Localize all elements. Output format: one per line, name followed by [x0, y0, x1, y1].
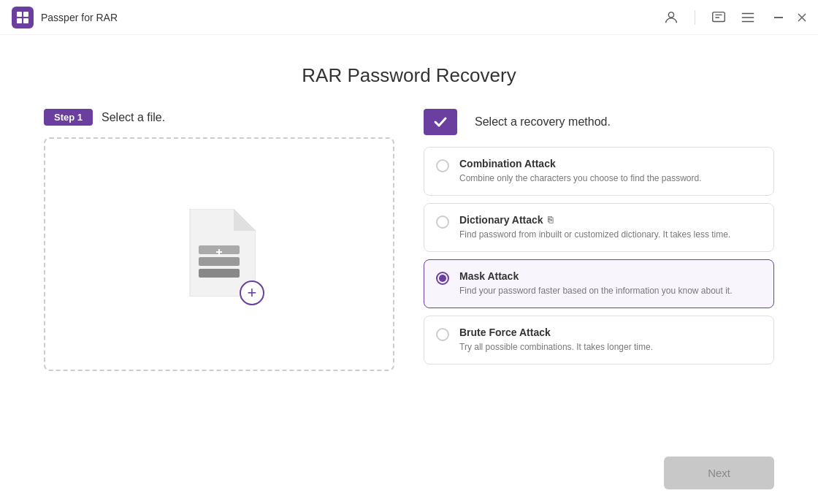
- divider: [695, 10, 695, 25]
- main-content: RAR Password Recovery Step 1 Select a fi…: [0, 35, 818, 445]
- footer: Next: [0, 445, 818, 504]
- step1-label: Select a file.: [102, 111, 165, 124]
- option-mask-desc: Find your password faster based on the i…: [459, 284, 733, 297]
- radio-mask-inner: [439, 275, 446, 282]
- option-brute[interactable]: Brute Force Attack Try all possible comb…: [424, 316, 774, 364]
- two-column-layout: Step 1 Select a file.: [44, 109, 774, 445]
- option-dictionary[interactable]: Dictionary Attack ⎘ Find password from i…: [424, 203, 774, 252]
- svg-rect-9: [199, 269, 240, 278]
- page-title: RAR Password Recovery: [44, 64, 774, 87]
- svg-rect-2: [17, 18, 22, 23]
- left-panel: Step 1 Select a file.: [44, 109, 394, 445]
- option-mask[interactable]: Mask Attack Find your password faster ba…: [424, 259, 774, 308]
- svg-rect-1: [23, 12, 28, 17]
- svg-point-4: [668, 12, 673, 17]
- file-icon-container: +: [183, 209, 256, 299]
- title-bar: Passper for RAR: [0, 0, 818, 35]
- step2-header: Select a recovery method.: [424, 109, 774, 135]
- option-combination-desc: Combine only the characters you choose t…: [459, 172, 702, 185]
- option-brute-desc: Try all possible combinations. It takes …: [459, 340, 653, 354]
- svg-rect-3: [23, 18, 28, 23]
- minimize-button[interactable]: [774, 17, 783, 18]
- svg-rect-8: [199, 257, 240, 266]
- app-icon: [12, 7, 34, 28]
- option-mask-title: Mask Attack: [459, 270, 733, 282]
- radio-mask: [436, 272, 449, 285]
- check-badge: [424, 109, 457, 135]
- recovery-options: Combination Attack Combine only the char…: [424, 147, 774, 364]
- menu-icon[interactable]: [739, 9, 757, 26]
- next-button[interactable]: Next: [664, 457, 774, 489]
- file-drop-zone[interactable]: +: [44, 137, 394, 371]
- step1-header: Step 1 Select a file.: [44, 109, 394, 126]
- radio-brute: [436, 328, 449, 341]
- option-combination-title: Combination Attack: [459, 158, 702, 169]
- radio-dictionary: [436, 215, 449, 229]
- step1-badge: Step 1: [44, 109, 93, 126]
- option-dictionary-desc: Find password from inbuilt or customized…: [459, 228, 730, 241]
- option-dictionary-title: Dictionary Attack ⎘: [459, 214, 730, 226]
- title-bar-left: Passper for RAR: [12, 7, 118, 28]
- option-brute-title: Brute Force Attack: [459, 327, 653, 338]
- svg-rect-5: [713, 12, 725, 21]
- user-icon[interactable]: [662, 9, 680, 26]
- close-button[interactable]: [798, 13, 806, 22]
- add-file-button[interactable]: +: [240, 280, 264, 305]
- title-bar-controls: [662, 9, 806, 26]
- radio-combination: [436, 159, 449, 172]
- svg-rect-6: [774, 17, 783, 18]
- chat-icon[interactable]: [710, 9, 727, 26]
- step2-label: Select a recovery method.: [475, 115, 611, 129]
- svg-rect-0: [17, 12, 22, 17]
- dictionary-copy-icon: ⎘: [548, 215, 553, 225]
- right-panel: Select a recovery method. Combination At…: [424, 109, 774, 445]
- window-controls: [774, 13, 806, 22]
- app-title: Passper for RAR: [41, 12, 118, 23]
- option-combination[interactable]: Combination Attack Combine only the char…: [424, 147, 774, 196]
